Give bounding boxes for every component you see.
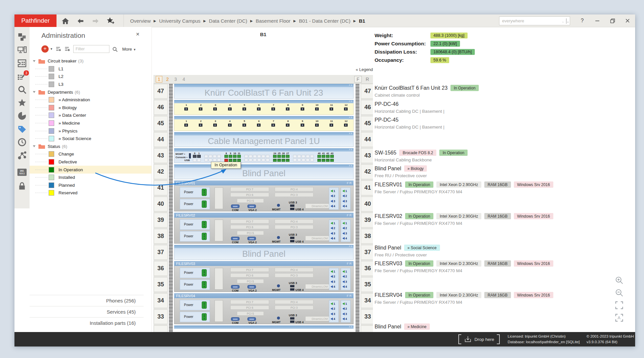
usb-port[interactable] [290, 240, 294, 242]
detail-item[interactable]: Blind Panel» Medicine [375, 323, 634, 330]
tree-item-l2[interactable]: L2 [30, 73, 151, 81]
help-button[interactable]: ? [575, 14, 590, 27]
switch-port-empty[interactable] [253, 158, 257, 161]
tree-footer-link[interactable]: Services (45) [30, 306, 144, 317]
detail-item-title[interactable]: Blind Panel [375, 324, 401, 330]
detail-item[interactable]: Blind Panel» BiologyFree RU / Protective… [375, 165, 634, 178]
power-supply[interactable]: Power [180, 199, 210, 209]
network-port-block[interactable]: 1234 [329, 300, 339, 322]
patch-port[interactable] [315, 107, 319, 110]
breadcrumb-item[interactable]: University Campus [159, 18, 200, 24]
switch-port[interactable] [286, 155, 289, 158]
switch-port-empty[interactable] [204, 158, 208, 161]
breadcrumb-item[interactable]: B01 - Data Center (DC) [299, 18, 351, 24]
network-port-block[interactable]: 1234 [341, 187, 351, 210]
mgmt-port-icon[interactable] [277, 204, 280, 207]
switch-port-empty[interactable] [209, 158, 212, 161]
vga-connector-icon[interactable] [247, 317, 256, 321]
mgmt-port-icon[interactable] [277, 317, 280, 320]
tree-item-installed[interactable]: Installed [30, 174, 151, 181]
switch-port-empty[interactable] [297, 155, 301, 158]
switch-port-empty[interactable] [244, 158, 248, 161]
switch-port-empty[interactable] [302, 155, 305, 158]
favorites-icon[interactable] [17, 98, 27, 107]
filter-search-icon[interactable] [112, 46, 118, 52]
usb-port[interactable] [290, 317, 294, 320]
patch-port[interactable] [257, 107, 261, 110]
switch-port-empty[interactable] [306, 158, 310, 161]
tree-item-planned[interactable]: Planned [30, 181, 151, 189]
add-button[interactable]: + [41, 45, 49, 53]
tree-item-l3[interactable]: L3 [30, 81, 151, 88]
detail-item-title[interactable]: FILESRV04 [375, 292, 402, 298]
switch-port-empty[interactable] [217, 155, 221, 158]
expand-all-icon[interactable] [56, 46, 62, 52]
tag-icon[interactable] [17, 125, 27, 133]
switch-port-empty[interactable] [249, 158, 252, 161]
switch-port[interactable] [322, 155, 325, 158]
tree-expand-caret-icon[interactable] [33, 145, 35, 147]
switch-port-empty[interactable] [244, 155, 248, 158]
detail-item-title[interactable]: Blind Panel [375, 166, 401, 172]
power-supply[interactable]: Power [180, 279, 210, 290]
switch-port-empty[interactable] [204, 155, 208, 158]
switch-port-empty[interactable] [209, 155, 212, 158]
power-supply[interactable]: Power [180, 268, 210, 278]
mgmt-port-icon[interactable] [277, 236, 280, 239]
detail-item[interactable]: Knürr CoolBlastT 6 Fan Unit 23In Operati… [375, 85, 634, 98]
add-dropdown-caret-icon[interactable]: ▼ [50, 47, 53, 51]
breadcrumb-item[interactable]: Data Center (DC) [209, 18, 247, 24]
switch-port-empty[interactable] [266, 158, 269, 161]
patch-port[interactable] [330, 107, 333, 110]
tree-item-in-operation[interactable]: In Operation [30, 166, 151, 174]
detail-item[interactable]: Blind Panel» Social ScienceFree RU / Pro… [375, 245, 634, 257]
vga-connector-icon[interactable] [247, 237, 256, 240]
switch-port[interactable] [233, 155, 237, 158]
pci-slot[interactable]: PCI 7 [230, 268, 269, 272]
tree-item--medicine[interactable]: » Medicine [30, 119, 151, 127]
tree-footer-link[interactable]: Phones (256) [30, 295, 144, 306]
patch-port[interactable] [286, 124, 289, 127]
topology-icon[interactable] [17, 151, 27, 160]
tree-footer-link[interactable]: Installation parts (16) [30, 317, 144, 328]
detail-item[interactable]: FILESRV04In OperationIntel Xeon D 2.30GH… [375, 292, 634, 305]
patch-port[interactable] [213, 107, 217, 110]
pci-slot[interactable]: PCI 6 [230, 193, 269, 197]
switch-port-empty[interactable] [257, 158, 261, 161]
pci-slot[interactable]: PCI 6 [230, 273, 269, 277]
rack-unit-filesrv01[interactable]: FILESRV01F RPowerPowerPCI 7PCI 6PCI 5PCI… [174, 180, 354, 211]
usb-port[interactable] [290, 321, 294, 323]
patch-port[interactable] [242, 124, 246, 127]
pci-slot[interactable]: PCI 4 [275, 300, 313, 304]
tree-group-departments[interactable]: Departments(6) [30, 88, 151, 96]
maximize-button[interactable] [605, 14, 620, 27]
tree-expand-caret-icon[interactable] [33, 91, 35, 93]
patch-port[interactable] [228, 124, 232, 127]
patch-port[interactable] [286, 107, 289, 110]
detail-item[interactable]: FILESRV02In OperationIntel Xeon D 2.90GH… [375, 213, 634, 226]
rack-unit-patch[interactable]: F R123456789101112 [174, 116, 354, 131]
pci-slot[interactable]: PCI 3 [275, 273, 313, 277]
switch-port[interactable] [229, 155, 232, 158]
switch-port-empty[interactable] [257, 155, 261, 158]
power-supply[interactable]: Power [180, 231, 210, 242]
switch-port[interactable] [317, 155, 321, 158]
patch-port[interactable] [301, 107, 304, 110]
rack-unit-cable-management-panel-1u[interactable]: F RCable Management Panel 1U [174, 132, 354, 147]
vga-connector-icon[interactable] [247, 204, 256, 208]
zoom-in-icon[interactable] [615, 276, 623, 284]
rack-unit-blind-panel[interactable]: F RBlind Panel [174, 245, 354, 260]
close-button[interactable] [620, 14, 635, 27]
network-port-block[interactable]: 1234 [329, 220, 339, 242]
rack-side-tab-f[interactable]: F [354, 76, 362, 83]
patch-port[interactable] [271, 107, 275, 110]
patch-port[interactable] [257, 124, 261, 127]
switch-port-empty[interactable] [293, 155, 297, 158]
switch-port[interactable] [237, 155, 241, 158]
switch-port-empty[interactable] [297, 158, 301, 161]
pci-slot[interactable]: PCI 5 [237, 279, 264, 283]
detail-item-title[interactable]: FILESRV01 [375, 182, 402, 188]
patch-port[interactable] [344, 124, 348, 127]
usb-port[interactable] [290, 208, 294, 210]
panel-close-icon[interactable]: ✕ [136, 32, 140, 37]
